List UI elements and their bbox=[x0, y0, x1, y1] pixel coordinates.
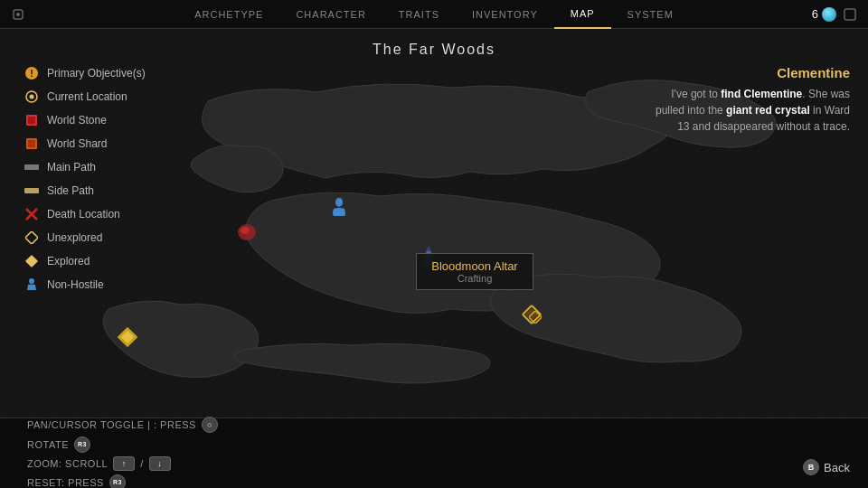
archetype-icon bbox=[9, 5, 27, 23]
svg-rect-26 bbox=[25, 231, 38, 244]
quest-title: Clementine bbox=[642, 65, 850, 80]
zoom-up-badge: ↑ bbox=[113, 456, 135, 471]
world-stone-marker bbox=[233, 219, 260, 249]
unexplored-marker-2 bbox=[529, 311, 542, 326]
controls-bar: PAN/CURSOR TOGGLE | : PRESS ○ ROTATE R3 … bbox=[0, 418, 868, 488]
primary-objective-icon: ! bbox=[24, 65, 40, 81]
main-area: The Far Woods ! Primary Objective(s) Cur… bbox=[0, 29, 868, 488]
svg-point-17 bbox=[30, 95, 34, 99]
legend-world-stone: World Stone bbox=[24, 112, 146, 128]
svg-rect-23 bbox=[24, 188, 39, 193]
world-shard-icon bbox=[24, 136, 40, 152]
svg-rect-2 bbox=[844, 9, 855, 20]
nav-traits[interactable]: TRAITS bbox=[382, 0, 456, 29]
current-location-icon bbox=[24, 89, 40, 105]
control-reset: RESET: PRESS R3 bbox=[27, 474, 841, 489]
control-rotate: ROTATE R3 bbox=[27, 436, 841, 453]
control-zoom: ZOOM: SCROLL ↑ / ↓ bbox=[27, 456, 841, 471]
legend-primary-objective: ! Primary Objective(s) bbox=[24, 65, 146, 81]
currency-display: 6 bbox=[812, 7, 836, 22]
nav-system[interactable]: SYSTEM bbox=[611, 0, 690, 29]
control-pan-toggle: PAN/CURSOR TOGGLE | : PRESS ○ bbox=[27, 417, 841, 433]
non-hostile-icon bbox=[24, 277, 40, 293]
legend: ! Primary Objective(s) Current Location bbox=[24, 65, 146, 293]
legend-current-location: Current Location bbox=[24, 89, 146, 105]
svg-rect-22 bbox=[24, 164, 39, 170]
svg-point-7 bbox=[241, 227, 250, 234]
nav-map[interactable]: MAP bbox=[554, 0, 611, 29]
reset-button-badge: R3 bbox=[109, 474, 126, 489]
rotate-button-badge: R3 bbox=[74, 436, 90, 453]
nav-right-area: 6 bbox=[812, 5, 859, 23]
top-navigation: ARCHETYPE CHARACTER TRAITS INVENTORY MAP… bbox=[0, 0, 868, 29]
svg-point-28 bbox=[29, 278, 34, 284]
legend-non-hostile: Non-Hostile bbox=[24, 277, 146, 293]
svg-text:!: ! bbox=[30, 68, 33, 79]
map-title: The Far Woods bbox=[373, 42, 495, 58]
nav-character[interactable]: CHARACTER bbox=[279, 0, 382, 29]
svg-rect-27 bbox=[25, 255, 38, 267]
legend-side-path: Side Path bbox=[24, 183, 146, 199]
legend-main-path: Main Path bbox=[24, 159, 146, 175]
side-path-icon bbox=[24, 183, 40, 199]
altar-tooltip: Bloodmoon Altar Crafting bbox=[416, 253, 533, 290]
legend-explored: Explored bbox=[24, 253, 146, 269]
altar-name: Bloodmoon Altar bbox=[428, 259, 522, 273]
nav-archetype[interactable]: ARCHETYPE bbox=[178, 0, 279, 29]
main-path-icon bbox=[24, 159, 40, 175]
back-button-badge: B bbox=[803, 459, 819, 475]
explored-icon bbox=[24, 253, 40, 269]
zoom-down-badge: ↓ bbox=[149, 456, 171, 471]
info-panel: Clementine I've got to find Clementine. … bbox=[642, 65, 850, 135]
nav-right-icon bbox=[841, 5, 859, 23]
legend-death-location: Death Location bbox=[24, 206, 146, 222]
legend-world-shard: World Shard bbox=[24, 136, 146, 152]
character-marker bbox=[330, 196, 348, 221]
svg-point-1 bbox=[16, 13, 20, 16]
explored-marker bbox=[118, 327, 137, 350]
crystal-icon bbox=[822, 7, 836, 22]
svg-rect-19 bbox=[28, 117, 35, 124]
world-stone-icon bbox=[24, 112, 40, 128]
quest-text: I've got to find Clementine. She was pul… bbox=[642, 86, 850, 135]
pan-toggle-button-badge: ○ bbox=[202, 417, 218, 433]
altar-sub: Crafting bbox=[428, 273, 522, 284]
nav-left-icon bbox=[9, 5, 27, 23]
svg-rect-21 bbox=[28, 140, 35, 147]
death-location-icon bbox=[24, 206, 40, 222]
svg-rect-13 bbox=[529, 311, 542, 324]
back-button[interactable]: B Back bbox=[803, 459, 850, 475]
legend-unexplored: Unexplored bbox=[24, 230, 146, 246]
unexplored-icon bbox=[24, 230, 40, 246]
nav-inventory[interactable]: INVENTORY bbox=[456, 0, 554, 29]
